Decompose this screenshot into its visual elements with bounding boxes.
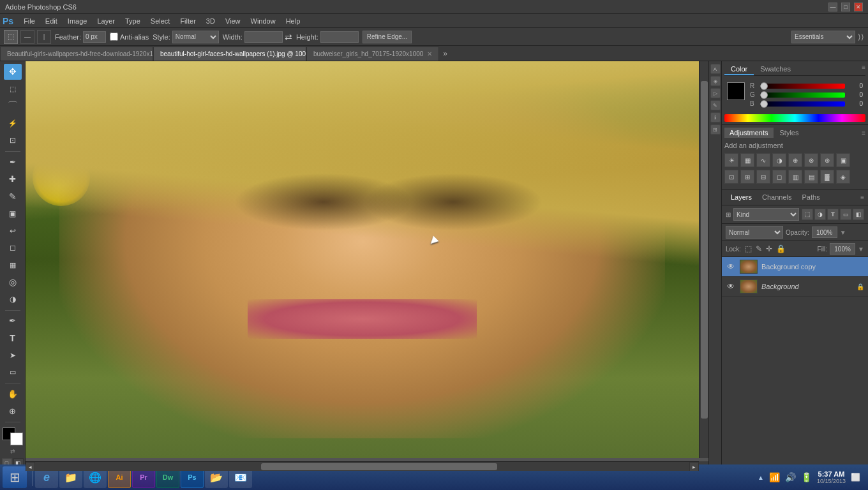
eyedropper-tool[interactable]: ✒ [4,154,22,170]
adj-colorbalance[interactable]: ⊛ [820,153,834,167]
tray-arrow[interactable]: ▲ [758,474,764,481]
horizontal-scroll-thumb[interactable] [261,463,497,470]
move-tool[interactable]: ✥ [4,64,22,80]
antialias-checkbox[interactable] [110,33,118,41]
panel-icon-4[interactable]: ✎ [710,100,721,110]
healing-tool[interactable]: ✚ [4,171,22,187]
adj-hsl[interactable]: ⊗ [804,153,818,167]
background-color[interactable] [10,433,23,445]
layers-panel-menu[interactable]: ≡ [860,194,864,201]
r-thumb[interactable] [760,82,768,90]
layer-item-1[interactable]: 👁 Background 🔒 [722,277,868,297]
menu-layer[interactable]: Layer [92,16,120,26]
panel-icon-5[interactable]: ℹ [710,112,721,122]
lasso-tool[interactable]: ⌒ [4,98,22,114]
quick-select-tool[interactable]: ⚡ [4,115,22,131]
adj-channel-mixer[interactable]: ⊞ [740,170,754,184]
color-tab[interactable]: Color [724,64,754,75]
menu-help[interactable]: Help [281,16,306,26]
swap-icon[interactable]: ⇄ [285,32,292,42]
lock-all[interactable]: 🔒 [776,244,786,253]
g-slider[interactable] [760,93,845,98]
adj-panel-menu[interactable]: ≡ [862,130,865,137]
fill-arrow[interactable]: ▼ [858,246,864,253]
panel-icon-2[interactable]: ◈ [710,76,721,86]
swatches-tab[interactable]: Swatches [754,64,797,75]
adj-photo-filter[interactable]: ⊡ [724,170,738,184]
filter-adjust[interactable]: ◑ [814,209,826,220]
styles-tab[interactable]: Styles [775,128,804,138]
adj-curves[interactable]: ∿ [756,153,770,167]
adj-threshold[interactable]: ▤ [804,170,818,184]
tray-volume[interactable]: 🔊 [785,472,796,482]
path-select-tool[interactable]: ➤ [4,347,22,363]
history-tool[interactable]: ↩ [4,223,22,239]
filter-toggle[interactable]: ◧ [853,209,864,220]
gradient-tool[interactable]: ▦ [4,257,22,273]
width-input[interactable] [244,31,283,43]
adj-color-lookup[interactable]: ⊟ [756,170,770,184]
adj-posterize[interactable]: ▥ [788,170,802,184]
b-thumb[interactable] [760,100,768,108]
channels-tab[interactable]: Channels [757,192,797,202]
shape-tool[interactable]: ▭ [4,364,22,380]
dodge-tool[interactable]: ◑ [4,292,22,308]
adj-exposure[interactable]: ◑ [772,153,786,167]
opacity-arrow[interactable]: ▼ [840,229,846,236]
adj-gradient-map[interactable]: ▓ [820,170,834,184]
scroll-right-arrow[interactable]: ▸ [689,462,699,471]
show-desktop[interactable]: ⬜ [851,473,860,482]
layer-1-name[interactable]: Background [761,283,853,290]
lock-transparent[interactable]: ⬚ [745,244,752,253]
marquee-tool-col[interactable]: | [37,30,51,44]
adj-levels[interactable]: ▦ [740,153,754,167]
canvas-scrollbar-vertical[interactable] [699,61,708,458]
filter-pixel[interactable]: ⬚ [802,209,813,220]
eraser-tool[interactable]: ◻ [4,240,22,256]
paths-tab[interactable]: Paths [797,192,825,202]
menu-select[interactable]: Select [146,16,176,26]
filter-shape[interactable]: ▭ [840,209,851,220]
menu-view[interactable]: View [220,16,246,26]
text-tool[interactable]: T [4,330,22,346]
tab-2[interactable]: budweiser_girls_hd_70175-1920x1000 ✕ [306,47,439,61]
blur-tool[interactable]: ◎ [4,274,22,290]
adj-brightness[interactable]: ☀ [724,153,738,167]
adj-vibrance[interactable]: ⊕ [788,153,802,167]
maximize-button[interactable]: □ [841,3,850,11]
stamp-tool[interactable]: ▣ [4,205,22,221]
start-button[interactable]: ⊞ [3,466,27,488]
menu-edit[interactable]: Edit [40,16,63,26]
swap-colors[interactable]: ⇄ [10,448,15,454]
layer-1-visibility[interactable]: 👁 [726,282,736,291]
tray-battery[interactable]: 🔋 [801,472,812,482]
close-button[interactable]: ✕ [854,3,863,11]
marquee-tool-row[interactable]: — [20,30,34,44]
opacity-input[interactable] [812,226,837,238]
color-spectrum[interactable] [724,114,865,122]
hand-tool[interactable]: ✋ [4,386,22,402]
menu-file[interactable]: File [19,16,40,26]
adj-invert[interactable]: ◻ [772,170,786,184]
menu-type[interactable]: Type [120,16,146,26]
b-slider[interactable] [760,101,845,107]
layers-tab[interactable]: Layers [726,192,757,202]
canvas[interactable] [26,61,699,458]
workspace-arrows[interactable]: ⟩⟩ [858,33,864,41]
blend-mode-select[interactable]: Normal Multiply Screen Overlay [726,226,783,239]
tab-2-close[interactable]: ✕ [427,50,432,57]
tray-network[interactable]: 📶 [769,472,780,482]
menu-image[interactable]: Image [63,16,93,26]
minimize-button[interactable]: — [828,3,837,11]
canvas-scrollbar-horizontal[interactable]: ◂ ▸ [26,461,699,471]
marquee-tool-rect[interactable]: ⬚ [4,30,18,44]
height-input[interactable] [320,31,359,43]
panel-icon-6[interactable]: ⊞ [710,124,721,135]
workspace-select[interactable]: Essentials [791,31,855,43]
fill-input[interactable] [830,243,855,255]
vertical-scroll-thumb[interactable] [701,81,708,419]
layer-item-0[interactable]: 👁 Background copy [722,257,868,277]
layer-filter-select[interactable]: Kind Name Effect [733,208,799,221]
lock-position[interactable]: ✛ [766,244,772,253]
panel-icon-1[interactable]: A [710,64,721,74]
